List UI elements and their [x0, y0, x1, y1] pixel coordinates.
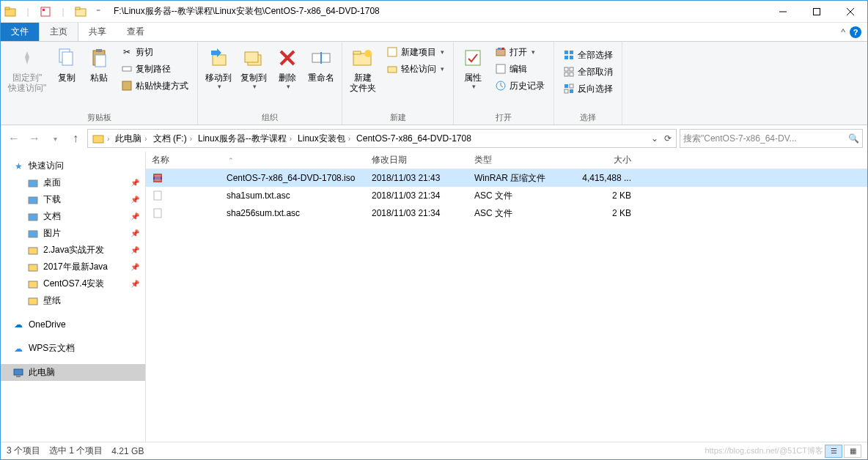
- sidebar-item[interactable]: 壁纸: [1, 292, 145, 309]
- sidebar-item[interactable]: CentOS7.4安装📌: [1, 275, 145, 292]
- pin-to-quick-access-button[interactable]: 固定到" 快速访问": [4, 43, 51, 97]
- back-button[interactable]: ←: [5, 130, 23, 147]
- column-type[interactable]: 类型: [468, 154, 571, 166]
- selection-count: 选中 1 个项目: [49, 445, 103, 457]
- select-none-button[interactable]: 全部取消: [560, 64, 616, 79]
- breadcrumb-seg[interactable]: 此电脑›: [112, 133, 150, 145]
- properties-icon[interactable]: [39, 5, 52, 18]
- column-headers[interactable]: 名称⌃ 修改日期 类型 大小: [146, 152, 867, 169]
- close-button[interactable]: [834, 1, 867, 23]
- column-date[interactable]: 修改日期: [366, 154, 468, 166]
- pin-icon: 📌: [130, 280, 139, 288]
- minimize-button[interactable]: [766, 1, 800, 23]
- navigation-pane[interactable]: ★快速访问 桌面📌下载📌文档📌图片📌2.Java实战开发📌2017年最新Java…: [1, 152, 146, 442]
- svg-rect-19: [245, 52, 258, 62]
- sidebar-onedrive[interactable]: ☁OneDrive: [1, 316, 145, 333]
- file-row[interactable]: sha1sum.txt.asc2018/11/03 21:34ASC 文件2 K…: [146, 187, 867, 204]
- breadcrumb-seg[interactable]: Linux服务器--教学课程›: [195, 133, 295, 145]
- sidebar-item[interactable]: 2.Java实战开发📌: [1, 242, 145, 259]
- svg-point-26: [364, 50, 372, 57]
- file-row[interactable]: sha256sum.txt.asc2018/11/03 21:34ASC 文件2…: [146, 204, 867, 222]
- ribbon: 固定到" 快速访问" 复制 粘贴 ✂剪切 复制路径 粘贴快捷方式 剪贴板 移动到…: [1, 42, 867, 125]
- copy-button[interactable]: 复制: [51, 43, 83, 86]
- paste-button[interactable]: 粘贴: [83, 43, 115, 86]
- svg-rect-37: [564, 56, 568, 59]
- paste-shortcut-button[interactable]: 粘贴快捷方式: [118, 78, 191, 93]
- pin-icon: 📌: [130, 196, 139, 204]
- qat-customize-icon[interactable]: ⁼: [92, 5, 105, 18]
- forward-button[interactable]: →: [26, 130, 43, 147]
- move-to-button[interactable]: 移动到: [201, 43, 236, 94]
- sidebar-item[interactable]: 桌面📌: [1, 174, 145, 191]
- easy-access-button[interactable]: 轻松访问: [383, 62, 447, 76]
- delete-button[interactable]: 删除: [271, 43, 304, 94]
- open-button[interactable]: 打开: [492, 45, 548, 59]
- column-name[interactable]: 名称⌃: [146, 154, 366, 166]
- svg-rect-62: [154, 209, 161, 218]
- svg-rect-1: [5, 7, 10, 10]
- up-button[interactable]: ↑: [67, 130, 84, 147]
- breadcrumb-seg[interactable]: 文档 (F:)›: [150, 133, 195, 145]
- properties-button[interactable]: 属性: [457, 43, 489, 94]
- svg-rect-11: [62, 52, 73, 65]
- svg-rect-60: [155, 175, 161, 181]
- svg-rect-13: [96, 49, 102, 52]
- large-icons-view-button[interactable]: ▦: [844, 445, 861, 458]
- ribbon-group-clipboard: 固定到" 快速访问" 复制 粘贴 ✂剪切 复制路径 粘贴快捷方式 剪贴板: [1, 42, 198, 125]
- folder-icon: [4, 5, 17, 18]
- select-all-button[interactable]: 全部选择: [560, 48, 616, 62]
- selection-size: 4.21 GB: [111, 446, 144, 456]
- details-view-button[interactable]: ☰: [825, 445, 842, 458]
- tab-view[interactable]: 查看: [117, 23, 155, 41]
- file-type: ASC 文件: [468, 207, 571, 220]
- tab-file[interactable]: 文件: [1, 23, 39, 41]
- refresh-icon[interactable]: ⟳: [664, 133, 672, 144]
- search-input[interactable]: 搜索"CentOS-7-x86_64-DV... 🔍: [680, 129, 863, 148]
- svg-rect-35: [564, 51, 568, 54]
- column-size[interactable]: 大小: [571, 154, 637, 166]
- recent-locations-button[interactable]: ▾: [46, 130, 64, 147]
- help-icon[interactable]: ?: [850, 26, 861, 38]
- sidebar-wps[interactable]: ☁WPS云文档: [1, 340, 145, 357]
- rename-button[interactable]: 重命名: [304, 43, 339, 86]
- sidebar-item[interactable]: 下载📌: [1, 191, 145, 208]
- easy-access-icon: [386, 63, 398, 75]
- svg-rect-14: [95, 55, 106, 67]
- breadcrumb-dropdown-icon[interactable]: ⌄: [651, 133, 658, 144]
- maximize-button[interactable]: [800, 1, 834, 23]
- edit-button[interactable]: 编辑: [492, 62, 548, 76]
- tab-share[interactable]: 共享: [78, 23, 117, 41]
- navigation-bar: ← → ▾ ↑ › 此电脑› 文档 (F:)› Linux服务器--教学课程› …: [1, 125, 867, 152]
- sidebar-this-pc[interactable]: 此电脑: [1, 364, 145, 381]
- history-button[interactable]: 历史记录: [492, 78, 548, 93]
- shortcut-icon: [121, 80, 133, 92]
- breadcrumb-seg[interactable]: CentOS-7-x86_64-DVD-1708: [353, 133, 474, 144]
- tab-home[interactable]: 主页: [39, 23, 78, 41]
- svg-rect-55: [29, 298, 37, 305]
- file-list[interactable]: 名称⌃ 修改日期 类型 大小 CentOS-7-x86_64-DVD-1708.…: [146, 152, 867, 442]
- file-row[interactable]: CentOS-7-x86_64-DVD-1708.iso2018/11/03 2…: [146, 169, 867, 187]
- sidebar-item[interactable]: 2017年最新Java📌: [1, 259, 145, 275]
- file-size: 2 KB: [571, 208, 637, 218]
- invert-selection-button[interactable]: 反向选择: [560, 81, 616, 96]
- svg-rect-45: [570, 84, 573, 88]
- breadcrumb[interactable]: › 此电脑› 文档 (F:)› Linux服务器--教学课程› Linux安装包…: [87, 129, 677, 148]
- pc-icon: [12, 367, 24, 379]
- folder-icon: [27, 228, 39, 240]
- sidebar-item[interactable]: 文档📌: [1, 208, 145, 225]
- new-folder-button[interactable]: 新建 文件夹: [345, 43, 380, 97]
- folder-icon: ›: [89, 133, 112, 144]
- copy-path-button[interactable]: 复制路径: [118, 62, 191, 76]
- file-name: CentOS-7-x86_64-DVD-1708.iso: [227, 173, 355, 183]
- sidebar-quick-access[interactable]: ★快速访问: [1, 157, 145, 174]
- svg-rect-57: [16, 376, 21, 377]
- file-date: 2018/11/03 21:43: [366, 173, 468, 183]
- new-item-button[interactable]: 新建项目: [383, 45, 447, 59]
- cut-button[interactable]: ✂剪切: [118, 45, 191, 59]
- svg-rect-50: [29, 214, 37, 220]
- sidebar-item[interactable]: 图片📌: [1, 225, 145, 242]
- copy-to-button[interactable]: 复制到: [236, 43, 271, 94]
- ribbon-collapse-icon[interactable]: ^: [841, 27, 845, 37]
- breadcrumb-seg[interactable]: Linux安装包›: [295, 133, 353, 145]
- open-folder-icon[interactable]: [74, 5, 87, 18]
